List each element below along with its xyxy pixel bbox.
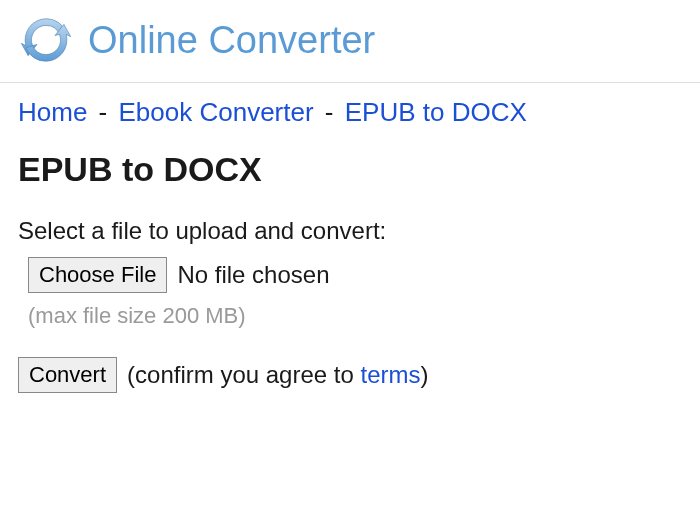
convert-button[interactable]: Convert — [18, 357, 117, 393]
breadcrumb-current[interactable]: EPUB to DOCX — [345, 97, 527, 127]
terms-link[interactable]: terms — [360, 361, 420, 388]
file-input-row: Choose File No file chosen — [28, 257, 682, 293]
max-file-size-note: (max file size 200 MB) — [28, 303, 682, 329]
choose-file-button[interactable]: Choose File — [28, 257, 167, 293]
breadcrumb-separator: - — [99, 97, 108, 127]
convert-row: Convert (confirm you agree to terms) — [18, 357, 682, 393]
breadcrumb: Home - Ebook Converter - EPUB to DOCX — [18, 97, 682, 128]
page-title: EPUB to DOCX — [18, 150, 682, 189]
breadcrumb-home[interactable]: Home — [18, 97, 87, 127]
refresh-arrows-icon — [18, 12, 74, 68]
agree-prefix: (confirm you agree to — [127, 361, 360, 388]
main-content: Home - Ebook Converter - EPUB to DOCX EP… — [0, 83, 700, 407]
terms-agreement-text: (confirm you agree to terms) — [127, 361, 428, 389]
breadcrumb-category[interactable]: Ebook Converter — [119, 97, 314, 127]
agree-suffix: ) — [420, 361, 428, 388]
breadcrumb-separator: - — [325, 97, 334, 127]
file-status-text: No file chosen — [177, 261, 329, 289]
site-header: Online Converter — [0, 0, 700, 83]
upload-instruction: Select a file to upload and convert: — [18, 217, 682, 245]
site-title[interactable]: Online Converter — [88, 19, 375, 62]
